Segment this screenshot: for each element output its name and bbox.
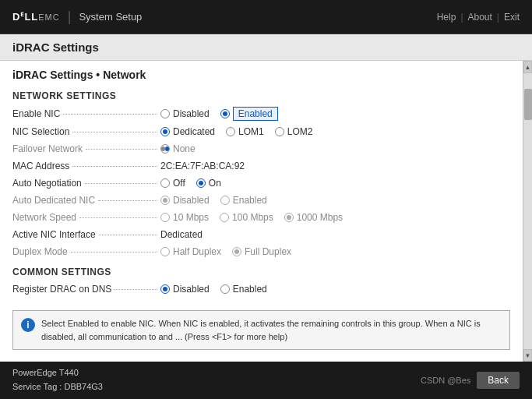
drac-disabled-circle (160, 284, 170, 294)
setting-name-enable-nic: Enable NIC (12, 108, 160, 119)
scroll-up-arrow[interactable]: ▲ (523, 61, 532, 73)
half-duplex-circle (160, 247, 170, 256)
scroll-down-arrow[interactable]: ▼ (523, 349, 532, 362)
duplex-value: Half Duplex Full Duplex (160, 246, 510, 257)
none-radio-circle (160, 144, 170, 154)
half-duplex-radio: Half Duplex (160, 246, 221, 257)
scrollbar-thumb[interactable] (524, 89, 532, 120)
breadcrumb: iDRAC Settings • Network (0, 61, 523, 84)
idrac-title: iDRAC Settings (0, 34, 532, 61)
common-settings-label: COMMON SETTINGS (12, 267, 510, 277)
speed-100-radio: 100 Mbps (220, 212, 273, 223)
header-links: Help | About | Exit (437, 12, 520, 23)
off-radio[interactable]: Off (160, 178, 185, 189)
table-row: Enable NIC Disabled Enabled (12, 104, 510, 123)
full-duplex-radio: Full Duplex (232, 246, 291, 257)
failover-value: None (160, 143, 510, 154)
speed-1000-radio: 1000 Mbps (284, 212, 343, 223)
off-radio-circle (160, 178, 170, 188)
dell-logo: DᴇLLEMC (12, 10, 60, 23)
enable-nic-value: Disabled Enabled (160, 107, 510, 121)
auto-neg-value: Off On (160, 178, 510, 189)
on-radio-circle (196, 178, 206, 188)
setting-name-mac: MAC Address (12, 161, 160, 171)
mac-value: 2C:EA:7F:AB:CA:92 (160, 161, 510, 171)
network-settings-label: NETWORK SETTINGS (12, 90, 510, 101)
logo-area: DᴇLLEMC | System Setup (12, 9, 142, 25)
table-row: NIC Selection Dedicated LOM1 (12, 123, 510, 140)
footer-info: PowerEdge T440 Service Tag : DBB74G3 (12, 366, 103, 394)
table-row: Auto Negotiation Off On (12, 175, 510, 192)
speed-10-circle (160, 213, 170, 222)
info-icon: i (21, 318, 35, 332)
table-row: MAC Address 2C:EA:7F:AB:CA:92 (12, 157, 510, 175)
setting-name-net-speed: Network Speed (12, 212, 160, 223)
back-button[interactable]: Back (477, 372, 520, 389)
lom2-radio-circle (275, 127, 284, 136)
service-tag-text: Service Tag : DBB74G3 (12, 380, 103, 394)
header-title: System Setup (79, 11, 142, 23)
auto-ded-enabled-radio: Enabled (220, 195, 267, 206)
speed-10-radio: 10 Mbps (160, 212, 209, 223)
drac-enabled-radio[interactable]: Enabled (220, 284, 267, 295)
table-row: Network Speed 10 Mbps 100 Mbps (12, 209, 510, 226)
active-nic-value: Dedicated (160, 229, 510, 240)
lom1-radio-circle (226, 127, 235, 136)
setting-name-nic-selection: NIC Selection (12, 126, 160, 137)
settings-table: NETWORK SETTINGS Enable NIC Disabled (0, 90, 523, 305)
lom1-radio[interactable]: LOM1 (226, 126, 264, 137)
auto-ded-disabled-radio: Disabled (160, 195, 210, 206)
drac-enabled-circle (220, 284, 230, 294)
setting-name-failover: Failover Network (12, 143, 160, 154)
speed-1000-circle (284, 213, 294, 222)
info-box: i Select Enabled to enable NIC. When NIC… (12, 310, 510, 350)
auto-ded-enabled-circle (220, 196, 230, 205)
table-row: Active NIC Interface Dedicated (12, 226, 510, 243)
brand-watermark: CSDN @Bes (421, 376, 470, 385)
footer: PowerEdge T440 Service Tag : DBB74G3 CSD… (0, 362, 532, 399)
nic-selection-value: Dedicated LOM1 LOM2 (160, 126, 510, 137)
auto-ded-disabled-circle (160, 196, 170, 205)
setting-name-active-nic: Active NIC Interface (12, 229, 160, 240)
lom2-radio[interactable]: LOM2 (275, 126, 313, 137)
setting-name-duplex: Duplex Mode (12, 246, 160, 257)
model-text: PowerEdge T440 (12, 366, 103, 380)
table-row: Auto Dedicated NIC Disabled Enabled (12, 192, 510, 209)
setting-name-register-drac: Register DRAC on DNS (12, 284, 160, 295)
content-area: iDRAC Settings • Network NETWORK SETTING… (0, 61, 523, 362)
exit-link[interactable]: Exit (504, 12, 520, 23)
about-link[interactable]: About (468, 12, 492, 23)
table-row: Failover Network None (12, 140, 510, 157)
dedicated-radio[interactable]: Dedicated (160, 126, 215, 137)
disabled-radio[interactable]: Disabled (160, 108, 210, 119)
logo-divider: | (68, 9, 72, 25)
on-radio[interactable]: On (196, 178, 221, 189)
help-link[interactable]: Help (437, 12, 456, 23)
table-row: Register DRAC on DNS Disabled Enabled (12, 281, 510, 298)
enabled-radio-circle (220, 109, 230, 118)
speed-100-circle (220, 213, 229, 222)
net-speed-value: 10 Mbps 100 Mbps 1000 Mbps (160, 212, 510, 223)
disabled-radio-circle (160, 109, 170, 118)
auto-dedicated-value: Disabled Enabled (160, 195, 510, 206)
setting-name-auto-dedicated: Auto Dedicated NIC (12, 195, 160, 206)
full-duplex-circle (232, 247, 241, 256)
dedicated-radio-circle (160, 127, 170, 136)
drac-disabled-radio[interactable]: Disabled (160, 284, 210, 295)
setting-name-auto-neg: Auto Negotiation (12, 178, 160, 189)
none-radio: None (160, 143, 196, 154)
register-drac-value: Disabled Enabled (160, 284, 510, 295)
footer-right: CSDN @Bes Back (421, 372, 520, 389)
header: DᴇLLEMC | System Setup Help | About | Ex… (0, 0, 532, 34)
info-text: Select Enabled to enable NIC. When NIC i… (41, 317, 502, 343)
enabled-radio[interactable]: Enabled (220, 107, 278, 121)
scrollbar[interactable]: ▲ ▼ (523, 61, 532, 362)
table-row: Duplex Mode Half Duplex Full Duplex (12, 243, 510, 260)
main-content: iDRAC Settings • Network NETWORK SETTING… (0, 61, 532, 362)
page: iDRAC Settings iDRAC Settings • Network … (0, 34, 532, 399)
